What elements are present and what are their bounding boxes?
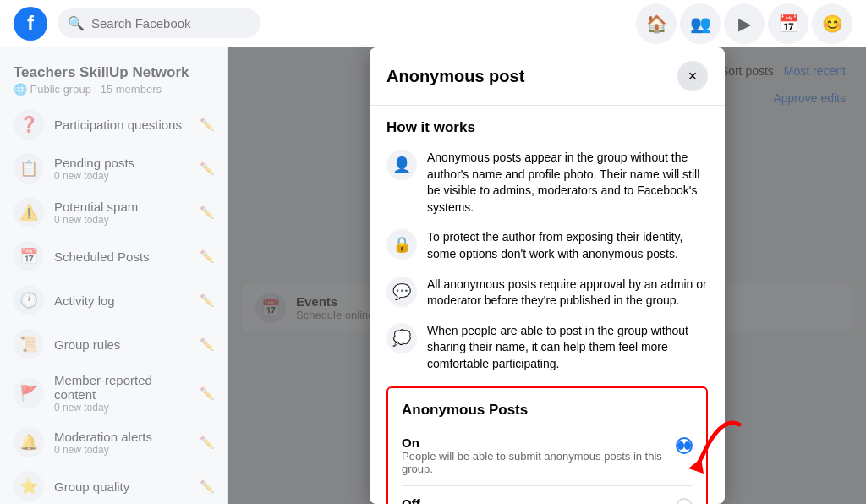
pending-sub: 0 new today bbox=[54, 170, 189, 182]
moderation-label: Moderation alerts bbox=[54, 430, 189, 444]
edit-icon: ✏️ bbox=[200, 205, 214, 219]
spam-icon: ⚠️ bbox=[14, 197, 44, 227]
right-content: Sort posts Most recent Approve edits 📅 E… bbox=[228, 47, 866, 504]
nav-events-icon[interactable]: 📅 bbox=[768, 3, 808, 44]
activity-icon: 🕐 bbox=[14, 285, 44, 315]
modal-header: Anonymous post × bbox=[370, 47, 725, 106]
main-layout: Teachers SkillUp Network 🌐 Public group … bbox=[0, 47, 866, 504]
pending-icon: 📋 bbox=[14, 153, 44, 184]
sidebar-item-reported[interactable]: 🚩 Member-reported content 0 new today ✏️ bbox=[0, 366, 227, 420]
radio-option-on[interactable]: On People will be able to submit anonymo… bbox=[402, 429, 693, 482]
edit-icon: ✏️ bbox=[200, 479, 214, 493]
radio-off-circle[interactable] bbox=[676, 498, 693, 504]
info-item-2: 💬 All anonymous posts require approval b… bbox=[386, 277, 708, 310]
option-on-label: On bbox=[402, 436, 676, 450]
thought-icon: 💭 bbox=[386, 323, 417, 353]
modal-body: How it works 👤 Anonymous posts appear in… bbox=[370, 106, 725, 504]
group-header: Teachers SkillUp Network 🌐 Public group … bbox=[0, 58, 227, 102]
spam-sub: 0 new today bbox=[54, 214, 189, 226]
edit-icon: ✏️ bbox=[200, 118, 214, 131]
nav-icons: 🏠 👥 ▶ 📅 😊 bbox=[636, 3, 852, 44]
quality-icon: ⭐ bbox=[14, 471, 44, 501]
edit-icon: ✏️ bbox=[200, 337, 214, 351]
group-meta: 🌐 Public group · 15 members bbox=[14, 83, 214, 96]
anon-posts-title: Anonymous Posts bbox=[402, 402, 693, 419]
info-text-1: To protect the author from exposing thei… bbox=[427, 229, 708, 262]
anonymous-posts-section: Anonymous Posts On People will be able t… bbox=[386, 386, 708, 504]
radio-option-off[interactable]: Off People won't be able to submit anony… bbox=[402, 490, 693, 504]
rules-label: Group rules bbox=[54, 337, 189, 352]
sidebar-item-activity[interactable]: 🕐 Activity log ✏️ bbox=[0, 278, 227, 322]
sidebar-item-participation[interactable]: ❓ Participation questions ✏️ bbox=[0, 102, 227, 146]
sidebar-item-spam[interactable]: ⚠️ Potential spam 0 new today ✏️ bbox=[0, 190, 227, 234]
option-off-label: Off bbox=[402, 496, 676, 504]
top-nav: f 🔍 🏠 👥 ▶ 📅 😊 bbox=[0, 0, 866, 47]
nav-friends-icon[interactable]: 👥 bbox=[680, 3, 721, 44]
edit-icon: ✏️ bbox=[200, 386, 214, 400]
option-on-desc: People will be able to submit anonymous … bbox=[402, 450, 676, 475]
participation-label: Participation questions bbox=[54, 118, 189, 132]
spam-label: Potential spam bbox=[54, 200, 189, 214]
lock-icon: 🔒 bbox=[386, 229, 417, 260]
sidebar-item-moderation[interactable]: 🔔 Moderation alerts 0 new today ✏️ bbox=[0, 420, 227, 464]
radio-on-circle[interactable] bbox=[676, 437, 693, 454]
chat-icon: 💬 bbox=[386, 277, 417, 307]
group-name: Teachers SkillUp Network bbox=[14, 64, 214, 81]
search-input[interactable] bbox=[91, 16, 250, 30]
modal-close-button[interactable]: × bbox=[677, 61, 708, 91]
edit-icon: ✏️ bbox=[200, 249, 214, 263]
sidebar-item-rules[interactable]: 📜 Group rules ✏️ bbox=[0, 322, 227, 366]
nav-home-icon[interactable]: 🏠 bbox=[636, 3, 677, 44]
moderation-sub: 0 new today bbox=[54, 444, 189, 456]
edit-icon: ✏️ bbox=[200, 436, 214, 449]
modal-overlay: Anonymous post × How it works 👤 Anonymou… bbox=[228, 47, 866, 504]
moderation-icon: 🔔 bbox=[14, 427, 44, 457]
info-text-3: When people are able to post in the grou… bbox=[427, 323, 708, 373]
how-it-works-title: How it works bbox=[386, 119, 708, 136]
nav-video-icon[interactable]: ▶ bbox=[724, 3, 765, 44]
radio-divider bbox=[402, 485, 693, 486]
sidebar-item-pending[interactable]: 📋 Pending posts 0 new today ✏️ bbox=[0, 146, 227, 190]
participation-icon: ❓ bbox=[14, 109, 44, 140]
pending-label: Pending posts bbox=[54, 156, 189, 170]
scheduled-label: Scheduled Posts bbox=[54, 249, 189, 264]
facebook-logo: f bbox=[14, 7, 47, 41]
info-text-2: All anonymous posts require approval by … bbox=[427, 277, 708, 310]
quality-label: Group quality bbox=[54, 479, 189, 494]
info-item-1: 🔒 To protect the author from exposing th… bbox=[386, 229, 708, 262]
reported-icon: 🚩 bbox=[14, 378, 44, 408]
edit-icon: ✏️ bbox=[200, 293, 214, 307]
activity-label: Activity log bbox=[54, 293, 189, 308]
info-item-0: 👤 Anonymous posts appear in the group wi… bbox=[386, 150, 708, 216]
edit-icon: ✏️ bbox=[200, 162, 214, 175]
modal-title: Anonymous post bbox=[386, 67, 524, 86]
sidebar-item-quality[interactable]: ⭐ Group quality ✏️ bbox=[0, 464, 227, 504]
person-icon: 👤 bbox=[386, 150, 417, 180]
sidebar-item-scheduled[interactable]: 📅 Scheduled Posts ✏️ bbox=[0, 234, 227, 278]
info-text-0: Anonymous posts appear in the group with… bbox=[427, 150, 708, 216]
scheduled-icon: 📅 bbox=[14, 241, 44, 271]
nav-profile-icon[interactable]: 😊 bbox=[812, 3, 852, 44]
anonymous-post-modal: Anonymous post × How it works 👤 Anonymou… bbox=[370, 47, 725, 504]
reported-label: Member-reported content bbox=[54, 373, 189, 402]
rules-icon: 📜 bbox=[14, 329, 44, 359]
left-sidebar: Teachers SkillUp Network 🌐 Public group … bbox=[0, 47, 228, 504]
reported-sub: 0 new today bbox=[54, 402, 189, 414]
info-item-3: 💭 When people are able to post in the gr… bbox=[386, 323, 708, 373]
search-bar[interactable]: 🔍 bbox=[58, 8, 260, 38]
search-icon: 🔍 bbox=[68, 15, 85, 31]
